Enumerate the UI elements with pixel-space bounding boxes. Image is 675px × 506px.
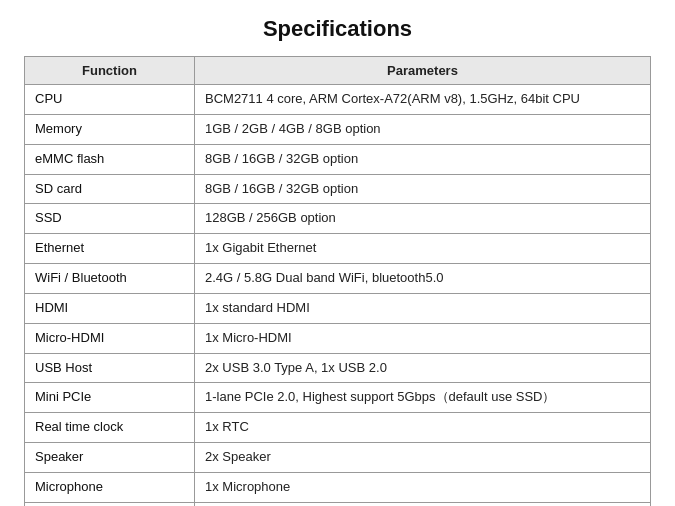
- specifications-table: Function Parameters CPUBCM2711 4 core, A…: [24, 56, 651, 506]
- table-row: Mini PCIe1-lane PCIe 2.0, Highest suppor…: [25, 383, 651, 413]
- col-header-parameters: Parameters: [195, 57, 651, 85]
- function-cell: SSD: [25, 204, 195, 234]
- function-cell: Mini PCIe: [25, 383, 195, 413]
- parameters-cell: 1x RTC: [195, 413, 651, 443]
- table-row: Memory1GB / 2GB / 4GB / 8GB option: [25, 114, 651, 144]
- parameters-cell: 128GB / 256GB option: [195, 204, 651, 234]
- function-cell: Microphone: [25, 472, 195, 502]
- function-cell: Ethernet: [25, 234, 195, 264]
- function-cell: Speaker: [25, 443, 195, 473]
- page-title: Specifications: [24, 16, 651, 42]
- function-cell: Memory: [25, 114, 195, 144]
- table-row: HDMI1x standard HDMI: [25, 293, 651, 323]
- parameters-cell: 1GB / 2GB / 4GB / 8GB option: [195, 114, 651, 144]
- table-row: LED indicatorBlue LED as power indicator…: [25, 502, 651, 506]
- parameters-cell: BCM2711 4 core, ARM Cortex-A72(ARM v8), …: [195, 85, 651, 115]
- function-cell: USB Host: [25, 353, 195, 383]
- parameters-cell: 8GB / 16GB / 32GB option: [195, 174, 651, 204]
- parameters-cell: 2.4G / 5.8G Dual band WiFi, bluetooth5.0: [195, 264, 651, 294]
- function-cell: HDMI: [25, 293, 195, 323]
- function-cell: eMMC flash: [25, 144, 195, 174]
- function-cell: Real time clock: [25, 413, 195, 443]
- function-cell: WiFi / Bluetooth: [25, 264, 195, 294]
- col-header-function: Function: [25, 57, 195, 85]
- parameters-cell: 2x Speaker: [195, 443, 651, 473]
- parameters-cell: 1x standard HDMI: [195, 293, 651, 323]
- parameters-cell: 2x USB 3.0 Type A, 1x USB 2.0: [195, 353, 651, 383]
- parameters-cell: 1-lane PCIe 2.0, Highest support 5Gbps（d…: [195, 383, 651, 413]
- function-cell: LED indicator: [25, 502, 195, 506]
- function-cell: CPU: [25, 85, 195, 115]
- table-row: Real time clock1x RTC: [25, 413, 651, 443]
- table-row: Microphone1x Microphone: [25, 472, 651, 502]
- table-row: USB Host2x USB 3.0 Type A, 1x USB 2.0: [25, 353, 651, 383]
- function-cell: SD card: [25, 174, 195, 204]
- table-row: WiFi / Bluetooth2.4G / 5.8G Dual band Wi…: [25, 264, 651, 294]
- table-row: Ethernet1x Gigabit Ethernet: [25, 234, 651, 264]
- table-row: SSD128GB / 256GB option: [25, 204, 651, 234]
- parameters-cell: 8GB / 16GB / 32GB option: [195, 144, 651, 174]
- table-row: SD card8GB / 16GB / 32GB option: [25, 174, 651, 204]
- table-row: eMMC flash8GB / 16GB / 32GB option: [25, 144, 651, 174]
- table-row: CPUBCM2711 4 core, ARM Cortex-A72(ARM v8…: [25, 85, 651, 115]
- parameters-cell: 1x Micro-HDMI: [195, 323, 651, 353]
- table-row: Micro-HDMI1x Micro-HDMI: [25, 323, 651, 353]
- table-row: Speaker2x Speaker: [25, 443, 651, 473]
- parameters-cell: 1x Microphone: [195, 472, 651, 502]
- parameters-cell: 1x Gigabit Ethernet: [195, 234, 651, 264]
- parameters-cell: Blue LED as power indicator and status i…: [195, 502, 651, 506]
- function-cell: Micro-HDMI: [25, 323, 195, 353]
